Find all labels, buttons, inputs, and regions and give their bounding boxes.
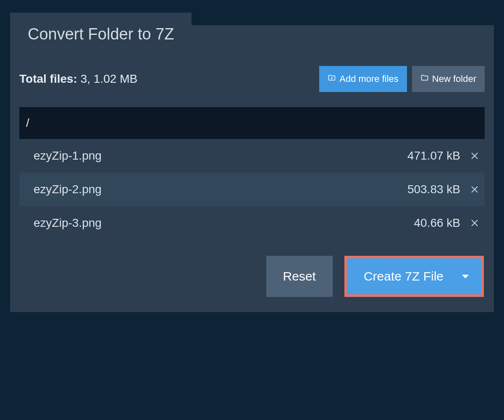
action-row: Reset Create 7Z File — [10, 240, 494, 312]
file-size: 40.66 kB — [414, 216, 460, 230]
new-folder-label: New folder — [432, 74, 476, 84]
total-files-label: Total files: — [19, 72, 77, 85]
file-row: ezyZip-3.png 40.66 kB — [19, 206, 485, 240]
summary-row: Total files: 3, 1.02 MB Add more files N… — [10, 54, 494, 96]
tab-header[interactable]: Convert Folder to 7Z — [10, 25, 192, 54]
remove-file-button[interactable] — [470, 151, 480, 161]
file-name: ezyZip-1.png — [34, 149, 102, 163]
total-files-summary: Total files: 3, 1.02 MB — [19, 72, 137, 86]
reset-button[interactable]: Reset — [266, 256, 333, 297]
create-7z-button[interactable]: Create 7Z File — [347, 258, 481, 294]
file-name: ezyZip-3.png — [34, 216, 102, 230]
add-more-files-button[interactable]: Add more files — [319, 66, 407, 92]
tab-title: Convert Folder to 7Z — [28, 25, 174, 43]
create-button-highlight: Create 7Z File — [344, 256, 484, 297]
file-row: ezyZip-2.png 503.83 kB — [19, 173, 485, 206]
remove-file-button[interactable] — [470, 218, 480, 228]
file-size: 471.07 kB — [407, 149, 460, 163]
reset-label: Reset — [283, 269, 316, 283]
header-button-group: Add more files New folder — [319, 66, 485, 92]
path-row[interactable]: / — [19, 107, 485, 139]
file-name: ezyZip-2.png — [34, 183, 102, 196]
folder-add-icon — [328, 74, 336, 84]
total-files-value: 3, 1.02 MB — [81, 72, 137, 85]
new-folder-button[interactable]: New folder — [412, 66, 485, 92]
remove-file-button[interactable] — [470, 184, 480, 194]
folder-icon — [420, 74, 429, 84]
file-row: ezyZip-1.png 471.07 kB — [19, 139, 485, 173]
chevron-down-icon — [462, 275, 469, 278]
file-size: 503.83 kB — [407, 183, 460, 196]
converter-panel: Convert Folder to 7Z Total files: 3, 1.0… — [10, 25, 494, 312]
current-path: / — [26, 116, 29, 129]
add-more-files-label: Add more files — [339, 74, 399, 84]
create-7z-label: Create 7Z File — [364, 269, 444, 284]
file-list: / ezyZip-1.png 471.07 kB ezyZip-2.png 50… — [19, 107, 485, 240]
